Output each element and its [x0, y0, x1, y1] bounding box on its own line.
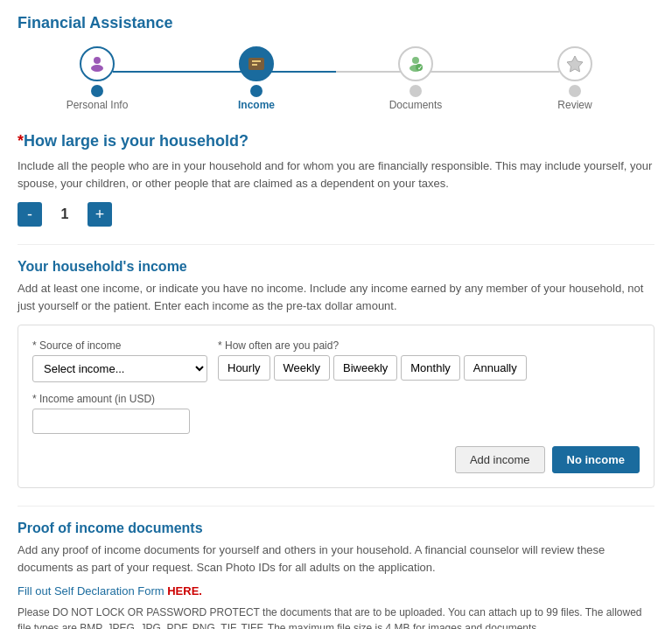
income-card: * Source of income Select income... * Ho…	[18, 325, 654, 488]
income-actions: Add income No income	[32, 446, 640, 473]
income-section-description: Add at least one income, or indicate you…	[18, 280, 654, 314]
freq-annually[interactable]: Annually	[464, 355, 527, 381]
step-icon-review	[557, 46, 592, 81]
self-declaration-link-row: Fill out Self Declaration Form HERE.	[18, 584, 654, 598]
source-select[interactable]: Select income...	[32, 355, 207, 382]
freq-weekly[interactable]: Weekly	[274, 355, 330, 381]
proof-title: Proof of income documents	[18, 521, 654, 536]
household-section: *How large is your household? Include al…	[18, 132, 654, 227]
household-title-text: How large is your household?	[24, 132, 248, 150]
step-review[interactable]: Review	[495, 46, 654, 111]
svg-point-0	[94, 57, 101, 64]
step-dot-review	[569, 85, 581, 97]
amount-input[interactable]	[32, 409, 190, 434]
step-label-review: Review	[557, 99, 592, 111]
svg-point-5	[412, 57, 419, 64]
amount-col: * Income amount (in USD)	[32, 393, 190, 434]
svg-point-1	[91, 65, 103, 72]
proof-section: Proof of income documents Add any proof …	[18, 521, 654, 629]
no-income-button[interactable]: No income	[552, 446, 640, 473]
self-decl-link[interactable]: HERE.	[167, 584, 202, 598]
income-row: * Source of income Select income... * Ho…	[32, 339, 640, 434]
increment-button[interactable]: +	[88, 202, 112, 227]
frequency-label: * How often are you paid?	[218, 339, 640, 352]
step-label-income: Income	[238, 99, 275, 111]
decrement-button[interactable]: -	[18, 202, 42, 227]
required-star: *	[18, 132, 24, 150]
income-section-title: Your household's income	[18, 259, 654, 275]
self-decl-text: Fill out Self Declaration Form	[18, 584, 167, 598]
step-icon-personal-info	[80, 46, 115, 81]
page-title: Financial Assistance	[18, 14, 654, 32]
frequency-col: * How often are you paid? Hourly Weekly …	[218, 339, 640, 381]
frequency-buttons: Hourly Weekly Biweekly Monthly Annually	[218, 355, 640, 381]
household-value: 1	[49, 206, 80, 222]
step-icon-income	[239, 46, 274, 81]
step-icon-documents: ✓	[398, 46, 433, 81]
household-counter: - 1 +	[18, 202, 654, 227]
svg-rect-4	[252, 64, 257, 66]
step-label-personal-info: Personal Info	[66, 99, 129, 111]
stepper: Personal Info Income ✓	[18, 46, 654, 111]
freq-hourly[interactable]: Hourly	[218, 355, 270, 381]
freq-monthly[interactable]: Monthly	[401, 355, 460, 381]
household-title: *How large is your household?	[18, 132, 654, 150]
step-label-documents: Documents	[389, 99, 443, 111]
step-personal-info[interactable]: Personal Info	[18, 46, 177, 111]
step-dot-personal-info	[91, 85, 103, 97]
amount-label: * Income amount (in USD)	[32, 393, 190, 405]
source-label: * Source of income	[32, 339, 207, 352]
step-documents[interactable]: ✓ Documents	[336, 46, 495, 111]
upload-warning: Please DO NOT LOCK OR PASSWORD PROTECT t…	[18, 605, 654, 629]
proof-description: Add any proof of income documents for yo…	[18, 542, 654, 576]
step-dot-income	[250, 85, 262, 97]
household-description: Include all the people who are in your h…	[18, 157, 654, 192]
income-section: Your household's income Add at least one…	[18, 259, 654, 488]
step-income[interactable]: Income	[177, 46, 336, 111]
freq-biweekly[interactable]: Biweekly	[333, 355, 397, 381]
add-income-button[interactable]: Add income	[455, 446, 545, 473]
step-dot-documents	[410, 85, 422, 97]
svg-marker-9	[567, 56, 583, 72]
svg-text:✓: ✓	[417, 65, 423, 71]
svg-rect-3	[252, 60, 261, 62]
source-of-income-col: * Source of income Select income...	[32, 339, 207, 382]
